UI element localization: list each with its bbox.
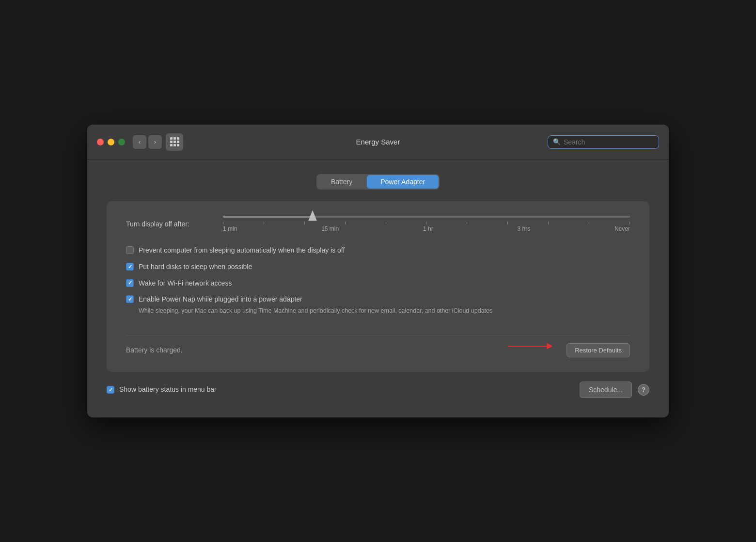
arrow-head [547, 343, 552, 350]
checkbox-section: Prevent computer from sleeping automatic… [126, 246, 630, 315]
forward-icon: › [154, 138, 156, 145]
check-icon: ✓ [128, 280, 132, 286]
search-icon: 🔍 [553, 138, 561, 145]
help-icon: ? [642, 386, 646, 393]
list-item: ✓ Wake for Wi-Fi network access [126, 279, 630, 288]
slider-label-never: Never [614, 225, 630, 232]
checkbox-show-battery[interactable]: ✓ [107, 386, 114, 394]
slider-track [223, 216, 630, 218]
checkbox-power-nap-sublabel: While sleeping, your Mac can back up usi… [139, 306, 492, 316]
back-button[interactable]: ‹ [133, 135, 146, 149]
nav-buttons: ‹ › [133, 135, 162, 149]
tick-marks [223, 222, 630, 224]
segment-control: Battery Power Adapter [107, 174, 649, 190]
checkbox-hard-disk-label: Put hard disks to sleep when possible [139, 262, 252, 272]
arrow-line [508, 346, 547, 347]
check-icon: ✓ [128, 297, 132, 302]
traffic-lights [97, 139, 125, 145]
slider-label-15min: 15 min [321, 225, 339, 232]
slider-label-3hrs: 3 hrs [517, 225, 530, 232]
footer-left: ✓ Show battery status in menu bar [107, 385, 217, 395]
checkbox-prevent-sleep-label: Prevent computer from sleeping automatic… [139, 246, 345, 255]
list-item: ✓ Put hard disks to sleep when possible [126, 262, 630, 272]
footer: ✓ Show battery status in menu bar Schedu… [107, 372, 649, 403]
slider-label-1min: 1 min [223, 225, 237, 232]
grid-button[interactable] [166, 133, 183, 151]
help-button[interactable]: ? [638, 384, 649, 396]
tab-power-adapter[interactable]: Power Adapter [367, 175, 439, 189]
tab-battery[interactable]: Battery [317, 175, 366, 189]
restore-defaults-button[interactable]: Restore Defaults [567, 343, 630, 357]
check-icon: ✓ [109, 387, 113, 393]
window-title: Energy Saver [356, 138, 400, 146]
slider-fill [223, 216, 313, 218]
slider-label-1hr: 1 hr [423, 225, 433, 232]
close-button[interactable] [97, 139, 104, 145]
checkbox-prevent-sleep[interactable] [126, 246, 134, 254]
main-window: ‹ › Energy Saver 🔍 Battery P [87, 125, 669, 417]
search-box[interactable]: 🔍 [548, 135, 659, 149]
list-item: ✓ Enable Power Nap while plugged into a … [126, 295, 630, 315]
maximize-button[interactable] [118, 139, 125, 145]
slider-row: Turn display off after: [126, 216, 630, 232]
list-item: Prevent computer from sleeping automatic… [126, 246, 630, 255]
checkbox-power-nap-label: Enable Power Nap while plugged into a po… [139, 295, 302, 303]
checkbox-hard-disk[interactable]: ✓ [126, 263, 134, 271]
slider-container: 1 min 15 min 1 hr 3 hrs Never [223, 216, 630, 232]
content-area: Battery Power Adapter Turn display off a… [87, 159, 669, 417]
show-battery-label: Show battery status in menu bar [119, 385, 217, 395]
titlebar: ‹ › Energy Saver 🔍 [87, 125, 669, 159]
checkbox-wifi[interactable]: ✓ [126, 279, 134, 287]
schedule-button[interactable]: Schedule... [580, 382, 632, 398]
check-icon: ✓ [128, 264, 132, 270]
panel-bottom: Battery is charged. Restore Defaults [126, 335, 630, 357]
slider-label: Turn display off after: [126, 220, 213, 228]
search-input[interactable] [564, 138, 654, 146]
forward-button[interactable]: › [148, 135, 162, 149]
back-icon: ‹ [139, 138, 141, 145]
arrow-indicator [508, 343, 552, 350]
checkbox-wifi-label: Wake for Wi-Fi network access [139, 279, 232, 288]
segment-wrap: Battery Power Adapter [316, 174, 440, 190]
settings-panel: Turn display off after: [107, 201, 649, 371]
slider-section: Turn display off after: [126, 216, 630, 232]
grid-icon [170, 137, 179, 146]
battery-status: Battery is charged. [126, 346, 183, 354]
minimize-button[interactable] [108, 139, 114, 145]
slider-labels: 1 min 15 min 1 hr 3 hrs Never [223, 225, 630, 232]
checkbox-power-nap-content: Enable Power Nap while plugged into a po… [139, 295, 492, 315]
checkbox-power-nap[interactable]: ✓ [126, 295, 134, 303]
footer-right: Schedule... ? [580, 382, 649, 398]
